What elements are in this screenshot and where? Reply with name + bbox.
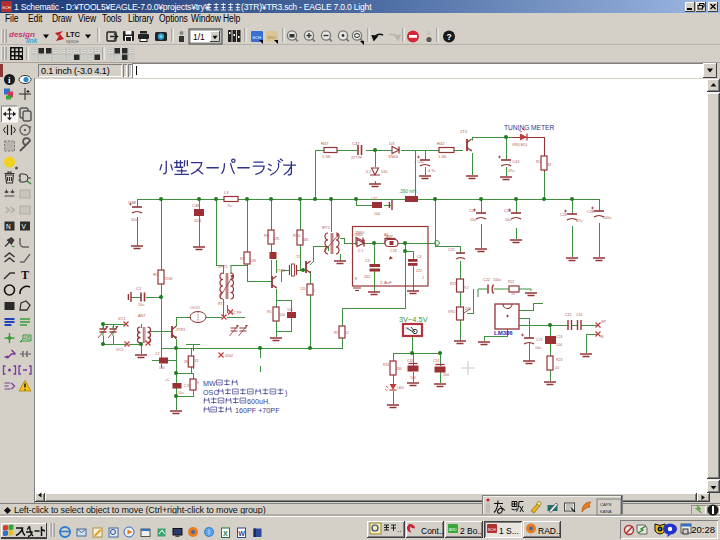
svg-text:C21: C21: [448, 248, 455, 252]
svg-text:C32: C32: [407, 359, 413, 363]
svg-text:104: 104: [443, 373, 449, 377]
svg-text:O/OO: O/OO: [190, 306, 200, 310]
svg-text:SP: SP: [601, 320, 607, 324]
svg-text:1N60: 1N60: [355, 231, 364, 235]
svg-text:220K: 220K: [164, 277, 173, 281]
svg-text:1N60: 1N60: [388, 154, 399, 159]
svg-text:2FT1: 2FT1: [218, 264, 228, 269]
svg-text:33: 33: [547, 163, 551, 167]
svg-text:LED: LED: [397, 386, 404, 390]
svg-text:C22: C22: [483, 278, 490, 282]
svg-text:VC2: VC2: [116, 348, 123, 352]
svg-text:9.2: 9.2: [464, 286, 469, 290]
svg-text:R23: R23: [556, 358, 563, 362]
svg-text:202: 202: [364, 275, 370, 279]
svg-text:R22: R22: [508, 280, 515, 284]
svg-text:330: 330: [396, 367, 402, 371]
svg-text:+ C42: + C42: [414, 160, 424, 164]
svg-text:C47: C47: [352, 141, 360, 146]
svg-text:10u: 10u: [470, 218, 476, 222]
svg-text:100: 100: [279, 313, 285, 317]
svg-text:3V~4.5V: 3V~4.5V: [399, 315, 428, 324]
svg-text:10u: 10u: [505, 218, 511, 222]
svg-text:C31: C31: [433, 359, 440, 363]
svg-text:C2: C2: [469, 209, 474, 213]
svg-text:C3B: C3B: [128, 200, 136, 205]
svg-text:C32: C32: [371, 197, 378, 201]
svg-text:51: 51: [345, 331, 349, 335]
svg-text:R42: R42: [437, 141, 445, 146]
svg-text:100u: 100u: [603, 216, 611, 220]
svg-text:22??F: 22??F: [351, 156, 362, 160]
svg-text:R47: R47: [321, 141, 329, 146]
svg-text:+C: +C: [165, 378, 170, 382]
svg-text:C16: C16: [576, 313, 583, 317]
svg-text:1.5K: 1.5K: [322, 154, 331, 159]
svg-text:104: 104: [194, 218, 202, 223]
svg-text:8T2: 8T2: [218, 302, 225, 306]
svg-text:104: 104: [410, 376, 416, 380]
svg-text:C15: C15: [565, 313, 572, 317]
svg-text:D30: D30: [381, 170, 388, 174]
svg-text:VR(LED): VR(LED): [512, 143, 528, 147]
svg-text:R4: R4: [240, 257, 245, 261]
svg-text:2T3: 2T3: [460, 129, 468, 134]
svg-text:47u: 47u: [508, 169, 514, 173]
svg-text:D3: D3: [389, 141, 395, 146]
svg-text:C5: C5: [365, 259, 370, 263]
svg-text:A6P: A6P: [386, 235, 393, 239]
svg-text:X2: X2: [195, 359, 199, 363]
svg-text:OSC: OSC: [203, 388, 219, 397]
svg-text:22K: 22K: [250, 259, 257, 263]
svg-text:C23: C23: [504, 209, 511, 213]
svg-text:0.2: 0.2: [366, 170, 371, 174]
svg-text:R9: R9: [334, 331, 338, 335]
svg-text:104: 104: [374, 212, 380, 216]
svg-text:56K: 56K: [302, 238, 309, 242]
svg-text:2: 2: [422, 276, 424, 280]
svg-text:160PF +70PF: 160PF +70PF: [235, 406, 280, 415]
svg-text:R5: R5: [267, 310, 272, 314]
svg-text:222: 222: [416, 269, 422, 273]
svg-text:R1: R1: [153, 272, 159, 277]
svg-text:R10: R10: [293, 233, 301, 238]
svg-text:C24: C24: [556, 335, 563, 339]
svg-text:C26: C26: [560, 213, 567, 217]
svg-text:10: 10: [555, 366, 559, 370]
svg-text:600uH.: 600uH.: [247, 397, 270, 406]
svg-text:.390 mH: .390 mH: [399, 189, 416, 194]
svg-text:1.5K: 1.5K: [438, 154, 447, 159]
svg-text:47u: 47u: [576, 219, 582, 223]
svg-text:C23: C23: [536, 338, 543, 342]
svg-text:E: E: [355, 277, 358, 281]
svg-text:C6: C6: [417, 255, 422, 259]
svg-text:L3: L3: [224, 190, 229, 195]
svg-text:T2: T2: [296, 255, 300, 259]
svg-text:10u: 10u: [178, 391, 184, 395]
svg-text:B: B: [601, 335, 604, 339]
svg-text:100u: 100u: [493, 278, 501, 282]
svg-text:VC1: VC1: [118, 317, 125, 321]
svg-text:R21: R21: [450, 282, 457, 286]
svg-text:0502: 0502: [225, 354, 233, 358]
svg-text:IFT2: IFT2: [322, 226, 330, 230]
svg-text:2TR1: 2TR1: [176, 328, 185, 332]
svg-text:10: 10: [511, 292, 515, 296]
svg-text:22K: 22K: [273, 237, 280, 241]
svg-text:7u: 7u: [227, 203, 232, 208]
svg-text:2: 2: [313, 289, 315, 293]
svg-text:R6: R6: [264, 233, 270, 238]
svg-text:): ): [285, 388, 287, 397]
svg-text:LM386: LM386: [494, 330, 513, 336]
svg-text:R31: R31: [383, 363, 390, 367]
svg-text:2-AuF: 2-AuF: [380, 280, 392, 285]
svg-text:10u: 10u: [138, 303, 144, 307]
svg-text:C2B: C2B: [587, 210, 595, 214]
svg-text:C3B: C3B: [192, 203, 200, 208]
svg-text:+ C43: + C43: [509, 160, 519, 164]
svg-text:VR1: VR1: [448, 310, 455, 314]
svg-text:2TR2: 2TR2: [276, 269, 285, 273]
svg-text:C1: C1: [136, 286, 142, 291]
svg-text:10u: 10u: [535, 346, 541, 350]
svg-text:C2: C2: [155, 352, 159, 356]
